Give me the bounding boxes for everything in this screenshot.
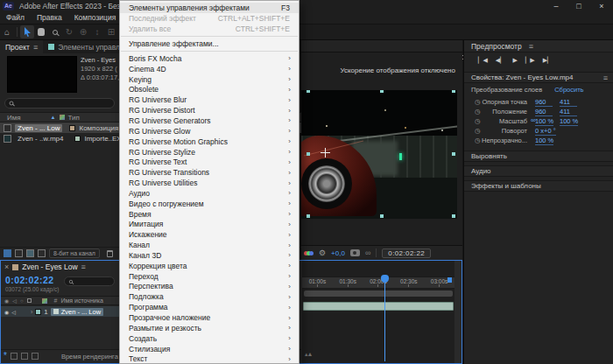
stopwatch-icon[interactable]: ◷ <box>475 108 481 116</box>
effects-menu-category[interactable]: Канал › <box>120 240 299 250</box>
effects-menu-category[interactable]: RG Universe Blur › <box>120 94 299 105</box>
home-icon[interactable]: ⌂ <box>0 25 14 38</box>
tool-icon[interactable]: ⊕ <box>76 25 90 38</box>
menu-item-manage-effects[interactable]: Управление эффектами... <box>120 38 299 49</box>
menubar-item[interactable]: Композиция <box>68 13 123 22</box>
layer-handle[interactable] <box>306 214 310 218</box>
property-value[interactable]: 411 <box>560 108 577 116</box>
reset-link[interactable]: Сбросить <box>554 86 583 94</box>
property-value[interactable]: 960 <box>535 98 553 107</box>
effects-menu-category[interactable]: Коррекция цвета › <box>120 261 299 271</box>
effects-menu-category[interactable]: Время › <box>120 209 299 220</box>
layer-handle[interactable] <box>452 152 455 156</box>
shy-layers-icon[interactable] <box>11 353 18 360</box>
effects-menu-category[interactable]: Переход › <box>120 271 299 282</box>
effects-menu-category[interactable]: Подложка › <box>120 291 299 302</box>
eye-icon[interactable]: ◉ <box>4 309 9 315</box>
exposure-value[interactable]: +0,0 <box>331 249 345 257</box>
viewer-timecode[interactable]: 0:02:02:22 <box>382 248 431 258</box>
layer-handle[interactable] <box>380 90 384 93</box>
motion-blur-icon[interactable] <box>32 353 39 360</box>
transport-button[interactable]: ▏▶ <box>525 57 535 64</box>
column-name[interactable]: Имя <box>7 114 21 122</box>
effects-menu-category[interactable]: Размытие и резкость › <box>120 323 299 333</box>
effects-menu-category[interactable]: Keying › <box>120 74 299 85</box>
properties-panel-header[interactable]: Свойства: Zven - Eyes Low.mp4 ≡ <box>464 72 613 83</box>
panel-menu-icon[interactable]: ≡ <box>81 262 86 271</box>
snapshot-camera-icon[interactable] <box>350 249 360 256</box>
property-value[interactable]: 411 <box>560 98 577 107</box>
column-type[interactable]: Тип <box>68 114 80 122</box>
preview-panel-header[interactable]: Предпросмотр ≡ <box>464 40 613 52</box>
stopwatch-icon[interactable]: ◷ <box>475 117 481 125</box>
effects-menu-category[interactable]: Прозрачное наложение › <box>120 312 299 323</box>
item-name[interactable]: Zven - ... Low <box>15 124 62 132</box>
effects-menu-category[interactable]: Видео с погружением › <box>120 199 299 209</box>
effects-menu-category[interactable]: Создать › <box>120 333 299 344</box>
item-name[interactable]: Zven - ..w.mp4 <box>15 135 66 143</box>
frame-render-time-icon[interactable]: * <box>4 354 7 359</box>
panel-menu-icon[interactable]: ≡ <box>603 74 608 82</box>
effects-menu-category[interactable]: RG Universe Utilities › <box>120 178 299 188</box>
effects-menu-category[interactable]: Cinema 4D › <box>120 64 299 74</box>
layer-name-chip[interactable]: Zven - ... Low <box>51 308 103 316</box>
playhead-line[interactable] <box>384 278 385 361</box>
menu-item-effect-controls[interactable]: Элементы управления эффектами F3 <box>120 3 299 13</box>
work-area-bar[interactable] <box>304 290 453 297</box>
layer-handle[interactable] <box>452 214 455 218</box>
layer-handle[interactable] <box>306 90 310 93</box>
tool-icon[interactable]: ↻ <box>62 25 76 38</box>
maximize-button[interactable]: □ <box>567 0 590 11</box>
project-settings-icon[interactable] <box>38 249 46 257</box>
panel-menu-icon[interactable]: ≡ <box>529 42 533 51</box>
effects-menu-category[interactable]: Канал 3D › <box>120 250 299 261</box>
color-label-swatch[interactable] <box>74 136 81 142</box>
menubar-item[interactable]: Правка <box>31 13 68 22</box>
panel-menu-icon[interactable]: ≡ <box>33 43 38 52</box>
effects-menu-category[interactable]: Программа › <box>120 302 299 312</box>
effects-menu-category[interactable]: RG Universe Glow › <box>120 126 299 136</box>
channels-icon[interactable] <box>306 251 314 256</box>
layer-handle[interactable] <box>452 90 455 93</box>
tab-effect-controls[interactable]: Элементы управле <box>43 43 129 52</box>
new-folder-icon[interactable] <box>15 249 23 257</box>
link-icon[interactable]: ∞ <box>365 248 370 257</box>
stopwatch-icon[interactable]: ◷ <box>475 98 481 106</box>
audio-icon[interactable]: ◁ <box>11 309 16 315</box>
menubar-item[interactable]: Файл <box>0 13 31 22</box>
playhead-marker[interactable] <box>381 275 389 283</box>
stopwatch-icon[interactable]: ◷ <box>475 127 481 135</box>
timeline-search-input[interactable] <box>64 276 115 286</box>
zoom-tool-icon[interactable] <box>48 25 62 38</box>
effects-menu-category[interactable]: Искажение › <box>120 229 299 240</box>
timeline-tab[interactable]: × Zven - Eyes Low ≡ <box>1 261 119 273</box>
effects-menu-category[interactable]: RG Universe Transitions › <box>120 167 299 178</box>
trash-icon[interactable] <box>107 250 113 257</box>
timeline-zoom-icon[interactable]: ▴▲ <box>305 351 312 358</box>
stopwatch-icon[interactable]: ◷ <box>475 136 481 144</box>
layer-handle[interactable] <box>306 152 310 156</box>
effects-menu-category[interactable]: Текст › <box>120 354 299 364</box>
effects-menu-category[interactable]: RG Universe Distort › <box>120 105 299 116</box>
effects-menu-category[interactable]: RG Universe Stylize › <box>120 147 299 158</box>
layer-handle[interactable] <box>380 214 384 218</box>
hand-tool-icon[interactable] <box>34 25 48 38</box>
transform-group-label[interactable]: Преобразование слоев <box>471 86 542 94</box>
layer-duration-bar[interactable] <box>303 302 454 311</box>
effects-menu-category[interactable]: Стилизация › <box>120 344 299 354</box>
bit-depth-button[interactable]: 8-бит на канал <box>49 248 100 258</box>
tool-icon[interactable]: ⊞ <box>104 25 118 38</box>
layer-color-swatch[interactable] <box>35 309 41 315</box>
layer-anchor-point[interactable] <box>321 148 330 158</box>
tab-project[interactable]: Проект ≡ <box>0 40 43 53</box>
effects-menu-category[interactable]: Перспектива › <box>120 282 299 292</box>
time-ruler[interactable]: 01:00s01:30s02:00s02:30s03:00s <box>302 276 454 289</box>
selection-tool-icon[interactable] <box>20 25 34 38</box>
effects-menu-category[interactable]: RG Universe Generators › <box>120 116 299 126</box>
property-value[interactable]: 0 x+0 ° <box>535 127 556 136</box>
effects-menu-category[interactable]: Имитация › <box>120 220 299 230</box>
gear-icon[interactable]: ⚙ <box>319 248 326 257</box>
effects-menu-category[interactable]: RG Universe Motion Graphics › <box>120 136 299 147</box>
sort-ascending-icon[interactable]: ▲ <box>51 115 56 120</box>
current-timecode[interactable]: 0:02:02:22 <box>5 275 53 285</box>
